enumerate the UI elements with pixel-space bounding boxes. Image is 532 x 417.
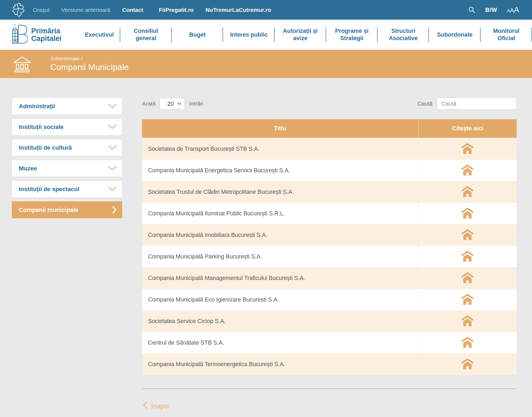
company-title-cell: Compania Municipală Managementul Traficu… [142,268,418,289]
breadcrumb-separator: / [81,56,82,61]
brand-logo[interactable]: Primăria Capitalei [12,20,79,50]
sidebar-item[interactable]: Administrații [12,98,122,115]
topbar-link-nutremurlacutremur[interactable]: NuTremurLaCutremur.ro [206,7,271,13]
table-row: Compania Municipală Parking București S.… [142,246,517,267]
table-row: Compania Municipală Iluminat Public Bucu… [142,203,517,224]
home-icon[interactable] [461,164,474,177]
home-icon[interactable] [461,186,474,198]
company-title-cell: Compania Municipală Energetica Servicii … [142,160,418,181]
table-section: Arată 20 intrări Caută Titlu [142,98,517,411]
nav-item[interactable]: Structuri Asociative [378,20,429,50]
company-title-cell: Compania Municipală Eco Igienizare Bucur… [142,289,418,310]
breadcrumb-parent-link[interactable]: Subordonate [50,56,80,61]
font-size-large[interactable]: A [514,5,519,14]
read-here-link[interactable] [418,354,517,375]
table-row: Compania Municipală Energetica Servicii … [142,160,517,181]
chevron-left-icon [143,401,147,411]
company-title-cell: Centrul de Sănătate STB S.A. [142,332,418,353]
chevron-down-icon [108,125,117,129]
search-input[interactable] [437,98,517,110]
topbar-link-fiipregatit[interactable]: FiiPregatit.ro [159,7,194,13]
home-icon[interactable] [461,315,474,327]
company-title-cell: Compania Municipală Parking București S.… [142,246,418,267]
read-here-link[interactable] [418,203,517,224]
black-white-toggle[interactable]: B/W [485,6,497,13]
chevron-right-icon [112,206,117,213]
chevron-down-icon [108,145,117,150]
table-row: Societatea Trustul de Clădiri Metropolit… [142,181,517,203]
sidebar-item[interactable]: Companii municipale [12,201,122,218]
table-row: Centrul de Sănătate STB S.A. [142,332,517,353]
table-body: Societatea de Transport București STB S.… [142,138,517,375]
chevron-down-icon [108,187,117,191]
home-icon[interactable] [461,358,474,370]
nav-item[interactable]: Interes public [223,20,274,50]
sidebar-item[interactable]: Muzee [12,160,122,177]
home-icon[interactable] [461,294,474,306]
topbar-links: Orașul Versiune anterioară Contact FiiPr… [33,7,271,13]
home-icon[interactable] [461,143,474,155]
font-size-small[interactable]: A [507,8,510,14]
sidebar-item[interactable]: Instituții de cultură [12,139,122,156]
table-row: Compania Municipală Imobiliara București… [142,224,517,246]
nav-item[interactable]: Consiliul general [120,20,172,50]
nav-item[interactable]: Buget [172,20,223,50]
nav-item[interactable]: Monitorul Oficial [481,20,532,50]
home-icon[interactable] [461,229,474,241]
sidebar-item[interactable]: Instituții de spectacol [12,181,122,198]
table-controls: Arată 20 intrări Caută [142,98,517,110]
brand-name: Primăria Capitalei [31,27,62,43]
back-link[interactable]: Înapoi [143,401,170,411]
topbar-link-orasul[interactable]: Orașul [33,7,50,13]
read-here-link[interactable] [418,311,517,332]
home-icon[interactable] [461,208,474,220]
search-label: Caută [417,100,432,107]
column-header-titlu[interactable]: Titlu [142,119,418,138]
page-title: Companii Municipale [50,62,129,72]
read-here-link[interactable] [418,225,517,246]
font-size-medium[interactable]: A [510,7,514,14]
table-row: Compania Municipală Eco Igienizare Bucur… [142,289,517,310]
institution-bank-icon [12,56,32,72]
companies-table: Titlu Citește aici Societatea de Transpo… [142,119,517,375]
read-here-link[interactable] [418,138,517,160]
read-here-link[interactable] [418,332,517,353]
primaria-logo-icon [12,24,27,45]
topbar-link-contact[interactable]: Contact [122,7,143,13]
topbar-tools: B/W A A A [468,5,519,14]
table-row: Societatea de Transport București STB S.… [142,138,517,160]
read-here-link[interactable] [418,289,517,310]
chevron-down-icon [108,166,117,171]
page: Orașul Versiune anterioară Contact FiiPr… [0,0,532,417]
read-here-link[interactable] [418,160,517,181]
table-row: Societatea Service Ciclop S.A. [142,310,517,332]
column-header-citeste-aici[interactable]: Citește aici [418,119,517,138]
page-size-select[interactable]: 20 [160,98,185,109]
nav-item[interactable]: Subordonate [429,20,480,50]
read-here-link[interactable] [418,181,517,203]
main-content: Administrații Instituții sociale [0,78,532,411]
nav-item[interactable]: Programe și Strategii [326,20,378,50]
company-title-cell: Compania Municipală Iluminat Public Bucu… [142,203,418,224]
sidebar-item[interactable]: Instituții sociale [12,118,122,135]
nav-item[interactable]: Executivul [79,20,120,50]
bucharest-map-icon[interactable] [11,2,26,18]
read-here-link[interactable] [418,246,517,267]
home-icon[interactable] [461,337,474,349]
home-icon[interactable] [461,272,474,284]
sidebar: Administrații Instituții sociale [12,98,122,222]
table-row: Compania Municipală Managementul Traficu… [142,267,517,289]
topbar: Orașul Versiune anterioară Contact FiiPr… [0,0,532,20]
chevron-down-icon [108,104,117,108]
footer-divider [142,388,517,389]
search-icon[interactable] [468,6,475,13]
company-title-cell: Compania Municipală Imobiliara București… [142,225,418,246]
font-size-control[interactable]: A A A [507,5,519,14]
table-header: Titlu Citește aici [142,119,517,138]
topbar-link-versiune-anterioara[interactable]: Versiune anterioară [61,7,110,13]
nav-item[interactable]: Autorizații și avize [274,20,326,50]
home-icon[interactable] [461,251,474,263]
company-title-cell: Compania Municipală Termoenergetica Bucu… [142,354,418,375]
breadcrumb-bar: Subordonate / Companii Municipale [0,50,532,78]
read-here-link[interactable] [418,268,517,289]
